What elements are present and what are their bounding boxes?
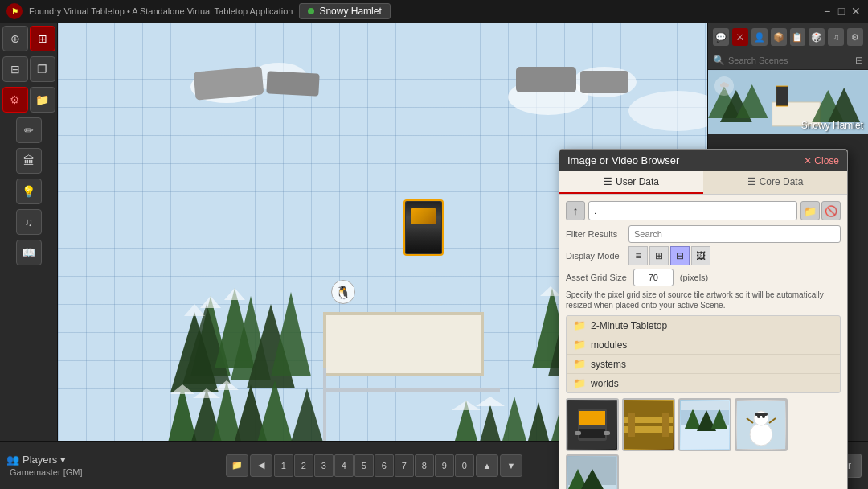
scene-thumb-icon: 🌨 (714, 76, 734, 96)
icon-journal[interactable]: 📋 (790, 28, 806, 46)
page-7[interactable]: 7 (395, 454, 414, 477)
page-1[interactable]: 1 (274, 454, 293, 477)
icon-tables[interactable]: 🎲 (809, 28, 825, 46)
thumb-snowman[interactable] (735, 398, 788, 451)
thumb-snowman-svg (737, 401, 785, 449)
svg-rect-38 (776, 86, 788, 106)
browser-back-button[interactable]: ↑ (566, 201, 585, 220)
minimize-btn[interactable]: − (821, 6, 833, 17)
svg-rect-49 (662, 413, 669, 437)
thumbnails-grid (566, 398, 841, 489)
page-6[interactable]: 6 (375, 454, 394, 477)
building-structure (323, 312, 484, 376)
toolbar-btn-select[interactable]: ⊕ (2, 26, 28, 51)
page-5[interactable]: 5 (354, 454, 374, 477)
display-icon-btn[interactable]: ⊟ (670, 246, 690, 265)
folder-modules[interactable]: 📁 modules (567, 335, 840, 355)
toolbar-btn-tile[interactable]: ❐ (30, 56, 55, 82)
nav-folder-btn[interactable]: 📁 (226, 454, 248, 477)
toolbar-group-select: ⊕ ⊞ (2, 26, 55, 51)
maximize-btn[interactable]: □ (836, 6, 847, 17)
app-logo: ⚑ (6, 3, 23, 19)
gamemaster-badge: Gamemaster [GM] (6, 467, 82, 477)
search-bar: 🔍 ⊟ (708, 51, 868, 70)
toolbar-btn-draw[interactable]: ✏ (16, 117, 42, 143)
toolbar-btn-actor[interactable]: ⚙ (2, 87, 28, 113)
folder-name-4: worlds (591, 378, 619, 389)
browser-close-button[interactable]: ✕ Close (804, 155, 839, 166)
folder-systems[interactable]: 📁 systems (567, 355, 840, 374)
grid-size-input[interactable] (633, 269, 674, 286)
folder-worlds[interactable]: 📁 worlds (567, 374, 840, 392)
tab-name: Snowy Hamlet (319, 6, 381, 17)
toolbar-btn-token[interactable]: ⊟ (2, 56, 28, 82)
page-0[interactable]: 0 (455, 454, 474, 477)
window-controls[interactable]: − □ ✕ (821, 6, 862, 17)
page-3[interactable]: 3 (314, 454, 334, 477)
toolbar-btn-wall[interactable]: 🏛 (16, 148, 42, 174)
creature-token[interactable]: 🐧 (331, 280, 355, 304)
road-horizontal (323, 388, 500, 392)
page-8[interactable]: 8 (415, 454, 434, 477)
icon-items[interactable]: 📦 (771, 28, 787, 46)
svg-marker-23 (215, 380, 239, 390)
display-mode-label: Display Mode (566, 251, 622, 261)
toolbar-pair-2: ⊟ ❐ (2, 56, 55, 82)
page-9[interactable]: 9 (435, 454, 454, 477)
browser-path-icons: 📁 🚫 (800, 201, 841, 220)
browser-path-row: ↑ 📁 🚫 (566, 201, 841, 220)
folder-name-2: modules (591, 339, 627, 351)
scene-thumbnail[interactable]: Snowy Hamlet 🌨 (708, 70, 868, 134)
icon-settings[interactable]: ⚙ (847, 28, 863, 46)
thumb-snow[interactable] (678, 398, 731, 451)
grid-size-unit: (pixels) (680, 273, 708, 282)
thumb-partial[interactable] (566, 454, 619, 489)
active-tab[interactable]: Snowy Hamlet (299, 3, 390, 19)
toolbar-group-sound: ♫ (16, 209, 42, 235)
icon-combat[interactable]: ⚔ (732, 28, 748, 46)
nav-up-btn[interactable]: ▲ (476, 454, 498, 477)
browser-refresh-btn[interactable]: 🚫 (821, 201, 841, 220)
svg-marker-29 (452, 401, 481, 410)
toolbar-btn-sound[interactable]: ♫ (16, 209, 42, 235)
browser-path-input[interactable] (588, 201, 797, 220)
players-button[interactable]: 👥 Players ▾ (6, 454, 82, 466)
search-input[interactable] (728, 55, 852, 65)
page-4[interactable]: 4 (334, 454, 354, 477)
svg-marker-9 (224, 288, 245, 300)
browser-title: Image or Video Browser (567, 154, 679, 166)
toolbar-btn-journal[interactable]: 📖 (16, 240, 42, 265)
icon-playlists[interactable]: ♫ (828, 28, 844, 46)
toolbar-group-journal: 📖 (16, 240, 42, 265)
tab-core-data[interactable]: ☰ Core Data (703, 171, 847, 194)
browser-titlebar: Image or Video Browser ✕ Close (559, 150, 847, 171)
folder-2minute[interactable]: 📁 2-Minute Tabletop (567, 316, 840, 335)
icon-chat[interactable]: 💬 (713, 28, 729, 46)
display-tile-btn[interactable]: ⊞ (649, 246, 669, 265)
tab-user-data[interactable]: ☰ User Data (559, 171, 703, 194)
top-icons-bar: 💬 ⚔ 👤 📦 📋 🎲 ♫ ⚙ (708, 23, 868, 51)
nav-back-btn[interactable]: ◀ (250, 454, 272, 477)
browser-browse-btn[interactable]: 📁 (800, 201, 820, 220)
toolbar-btn-light[interactable]: 💡 (16, 179, 42, 204)
toolbar-pair-3: ⚙ 📁 (2, 87, 55, 113)
display-list-btn[interactable]: ≡ (628, 246, 648, 265)
display-thumb-btn[interactable]: 🖼 (691, 246, 710, 265)
folder-icon-2: 📁 (573, 339, 586, 351)
toolbar-btn-grid[interactable]: ⊞ (30, 26, 55, 51)
filter-icon[interactable]: ⊟ (855, 55, 863, 66)
players-section: 👥 Players ▾ Gamemaster [GM] (6, 454, 82, 477)
grid-size-row: Asset Grid Size (pixels) (566, 269, 841, 286)
browser-tabs: ☰ User Data ☰ Core Data (559, 171, 847, 195)
icon-actors[interactable]: 👤 (751, 28, 768, 46)
thumb-car[interactable] (566, 398, 619, 451)
page-2[interactable]: 2 (294, 454, 313, 477)
folder-name-3: systems (591, 359, 626, 370)
nav-down-btn[interactable]: ▼ (500, 454, 522, 477)
toolbar-btn-scene[interactable]: 📁 (30, 87, 55, 113)
close-btn[interactable]: ✕ (850, 6, 862, 17)
filter-input[interactable] (628, 225, 841, 243)
car-token[interactable] (403, 199, 444, 256)
titlebar-left: ⚑ Foundry Virtual Tabletop • A Standalon… (6, 3, 391, 19)
thumb-bridge[interactable] (622, 398, 675, 451)
